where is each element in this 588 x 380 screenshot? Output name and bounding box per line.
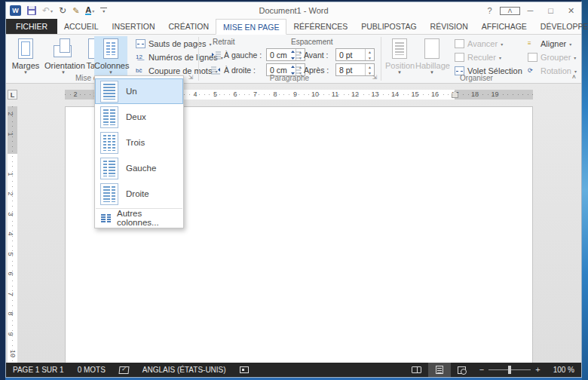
print-layout-icon <box>436 366 443 374</box>
ruler-number: 1 <box>6 132 14 136</box>
margins-button[interactable]: Marges ▼ <box>8 36 43 78</box>
ruler-number: 12 <box>351 90 359 99</box>
align-icon: ≡ <box>528 39 537 48</box>
ruler-number: 8 <box>273 90 277 99</box>
orientation-button[interactable]: Orientation ▼ <box>44 36 82 78</box>
spinner-up-icon[interactable]: ▲ <box>366 49 374 55</box>
page-breaks-icon <box>136 39 145 48</box>
macro-icon <box>240 366 249 373</box>
menu-item-one-column[interactable]: Un <box>95 78 183 104</box>
document-area[interactable]: L 1234567891011121314151617181912 123456… <box>6 84 581 364</box>
ruler-number: 5 <box>213 90 217 99</box>
tab-stop-selector[interactable]: L <box>8 90 17 100</box>
left-column-icon <box>100 158 118 179</box>
undo-icon[interactable]: ↶▾ <box>42 6 53 15</box>
columns-dropdown-menu: Un Deux Trois Gauche Droite Autres col <box>94 75 184 228</box>
menu-item-two-columns[interactable]: Deux <box>95 104 183 130</box>
proofing-button[interactable] <box>112 366 136 374</box>
ruler-number: 4 <box>6 231 14 235</box>
tab-publipostage[interactable]: PUBLIPOSTAG <box>354 19 423 34</box>
ruler-number: 9 <box>6 332 14 336</box>
line-numbers-icon: 1̲2̲ <box>136 53 145 62</box>
read-mode-button[interactable] <box>406 363 428 377</box>
read-mode-icon <box>412 366 421 373</box>
tab-revision[interactable]: RÉVISION <box>424 19 475 34</box>
ruler-number: 2 <box>73 90 77 99</box>
word-count[interactable]: 0 MOTS <box>71 366 112 374</box>
dialog-launcher-icon[interactable]: ⇲ <box>187 74 194 81</box>
menu-item-right-column[interactable]: Droite <box>95 181 183 207</box>
redo-icon[interactable]: ↻ <box>59 6 66 15</box>
print-layout-button[interactable] <box>428 363 451 377</box>
tab-creation[interactable]: CRÉATION <box>162 19 216 34</box>
menu-item-more-columns[interactable]: Autres colonnes... <box>95 210 183 225</box>
group-button[interactable]: Grouper▾ <box>528 51 577 64</box>
ruler-number: 5 <box>6 252 14 256</box>
zoom-level[interactable]: 100 % <box>547 366 581 374</box>
group-label-paragraphe: Paragraphe <box>199 74 380 82</box>
position-button[interactable]: Position ▼ <box>385 36 414 78</box>
ruler-number: 15 <box>411 90 418 99</box>
ribbon-options-icon[interactable]: ˄ <box>500 2 520 19</box>
arrange-stack-1: Avancer▾ Reculer▾ Volet Sélection <box>455 37 522 78</box>
word-window: Document1 - Word W ↶▾ ↻ ✎ A▾ ▾ ? ˄ ─ □ ✕… <box>5 2 582 378</box>
maximize-icon[interactable]: □ <box>541 2 561 19</box>
tab-fichier[interactable]: FICHIER <box>6 19 57 34</box>
word-logo-icon[interactable]: W <box>10 5 21 16</box>
zoom-out-icon[interactable]: − <box>479 366 484 374</box>
text-effects-icon[interactable]: A▾ <box>85 6 94 15</box>
close-icon[interactable]: ✕ <box>561 2 581 19</box>
vertical-ruler[interactable]: 1234567891012 <box>8 106 17 364</box>
zoom-thumb[interactable] <box>508 366 511 374</box>
indent-left-icon <box>211 51 221 60</box>
ruler-number: 13 <box>371 90 378 99</box>
more-columns-icon <box>101 214 111 222</box>
indent-heading: Retrait <box>213 38 234 46</box>
wrap-text-icon <box>422 38 442 60</box>
menu-item-three-columns[interactable]: Trois <box>95 130 183 155</box>
line-numbers-button[interactable]: 1̲2̲ Numéros de lignes▾ <box>136 51 223 64</box>
language-indicator[interactable]: ANGLAIS (ÉTATS-UNIS) <box>136 366 233 374</box>
columns-icon <box>101 38 121 60</box>
align-button[interactable]: ≡ Aligner▾ <box>528 37 577 51</box>
dialog-launcher-icon[interactable]: ⇲ <box>371 74 378 81</box>
tab-insertion[interactable]: INSERTION <box>106 19 162 34</box>
ruler-number: 1 <box>6 172 14 176</box>
zoom-track[interactable] <box>488 369 531 370</box>
orientation-icon <box>54 38 73 60</box>
spacing-before-field: Avant : 0 pt ▲▼ <box>291 48 375 61</box>
spinner-up-icon[interactable]: ▲ <box>366 64 374 70</box>
wrap-text-button[interactable]: Habillage ▼ <box>415 36 449 78</box>
page-setup-menu-stack: Sauts de pages▾ 1̲2̲ Numéros de lignes▾ … <box>136 37 223 78</box>
save-icon[interactable] <box>27 6 36 15</box>
collapse-ribbon-icon[interactable]: ˄ <box>572 73 576 81</box>
spacing-before-input[interactable]: 0 pt ▲▼ <box>335 48 375 61</box>
ribbon-tab-row: FICHIER ACCUEIL INSERTION CRÉATION MISE … <box>6 19 581 35</box>
ruler-number: 8 <box>6 311 14 315</box>
group-label-organiser: Organiser <box>381 74 571 82</box>
web-layout-button[interactable] <box>451 363 473 377</box>
ruler-number: 11 <box>332 90 338 99</box>
page-indicator[interactable]: PAGE 1 SUR 1 <box>6 366 71 374</box>
spacing-after-icon <box>291 66 301 75</box>
minimize-icon[interactable]: ─ <box>520 2 541 19</box>
tab-affichage[interactable]: AFFICHAGE <box>475 19 534 34</box>
page-breaks-button[interactable]: Sauts de pages▾ <box>136 37 223 51</box>
zoom-slider[interactable]: − + <box>473 366 547 374</box>
menu-item-left-column[interactable]: Gauche <box>95 155 183 181</box>
customize-quick-access-toolbar-icon[interactable]: ▾ <box>100 8 107 14</box>
tab-accueil[interactable]: ACCUEIL <box>57 19 106 34</box>
bring-forward-button[interactable]: Avancer▾ <box>455 37 522 51</box>
tab-mise-en-page[interactable]: MISE EN PAGE <box>216 19 287 35</box>
ruler-number: 6 <box>6 271 14 275</box>
one-column-icon <box>100 81 118 103</box>
send-backward-button[interactable]: Reculer▾ <box>455 51 522 64</box>
tab-developpeur[interactable]: DÉVELOPPEUR <box>534 19 588 34</box>
tab-references[interactable]: RÉFÉRENCES <box>286 19 354 34</box>
ruler-number: 14 <box>391 90 399 99</box>
zoom-in-icon[interactable]: + <box>535 366 540 374</box>
spinner-down-icon[interactable]: ▼ <box>366 55 374 61</box>
macro-button[interactable] <box>233 366 256 373</box>
help-icon[interactable]: ? <box>479 2 500 19</box>
pen-icon[interactable]: ✎ <box>72 6 79 16</box>
